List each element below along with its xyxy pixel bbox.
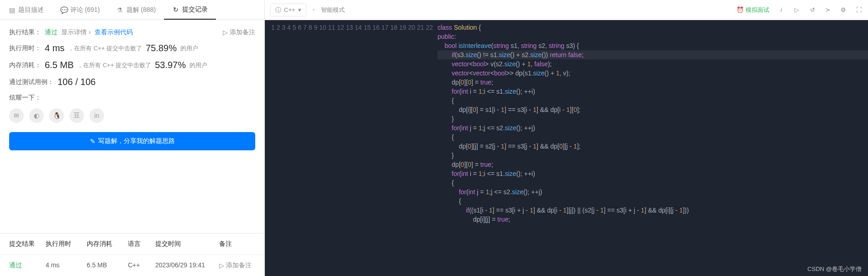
brag-label: 炫耀一下： (9, 94, 41, 102)
doc-icon: ▤ (8, 6, 16, 14)
right-pane: ⓘ C++ ▾ • 智能模式 ⏰模拟面试 i ▷ ↺ ≻ ⚙ ⛶ 1 2 3 4… (265, 0, 868, 276)
row-lang: C++ (128, 261, 155, 270)
result-status: 通过 (45, 28, 58, 37)
wechat-icon[interactable]: ✉ (9, 108, 24, 123)
tab-submissions[interactable]: ↻提交记录 (164, 0, 216, 20)
tab-solutions[interactable]: ⚗题解 (888) (108, 0, 164, 20)
cases-label: 通过测试用例： (9, 78, 54, 86)
cases-value: 106 / 106 (58, 77, 95, 87)
language-select[interactable]: ⓘ C++ ▾ (270, 4, 306, 16)
result-card: 执行结果： 通过 显示详情 › 查看示例代码 ▷添加备注 执行用时： 4 ms … (0, 20, 264, 123)
fullscreen-icon[interactable]: ⛶ (855, 6, 863, 14)
memory-percent: 53.97% (155, 60, 186, 70)
row-mem: 6.5 MB (87, 261, 128, 270)
runtime-value: 4 ms (45, 43, 64, 53)
example-code-link[interactable]: 查看示例代码 (95, 28, 133, 37)
flask-icon: ⚗ (116, 6, 124, 14)
play-icon: ▷ (219, 262, 224, 269)
linkedin-icon[interactable]: in (89, 108, 104, 123)
run-icon[interactable]: ▷ (793, 6, 800, 14)
history-row[interactable]: 通过 4 ms 6.5 MB C++ 2023/06/29 19:41 ▷添加备… (0, 255, 264, 276)
memory-value: 6.5 MB (45, 60, 74, 70)
watermark: CSDN @卷毛小学僧 (807, 265, 862, 273)
separator: • (313, 6, 315, 13)
douban-icon[interactable]: 豆 (69, 108, 84, 123)
smart-mode-label[interactable]: 智能模式 (321, 6, 345, 14)
left-pane: ▤题目描述 💬评论 (691) ⚗题解 (888) ↻提交记录 执行结果： 通过… (0, 0, 265, 276)
code-editor[interactable]: 1 2 3 4 5 6 7 8 9 10 11 12 13 14 15 16 1… (265, 20, 868, 276)
comment-icon: 💬 (60, 6, 68, 14)
clock-icon: ⏰ (736, 6, 744, 13)
settings-icon[interactable]: ⚙ (840, 6, 847, 14)
italic-icon[interactable]: i (778, 6, 785, 14)
history-table: 提交结果 执行用时 内存消耗 语言 提交时间 备注 通过 4 ms 6.5 MB… (0, 233, 264, 276)
row-add-note[interactable]: ▷添加备注 (219, 261, 255, 270)
tab-comments[interactable]: 💬评论 (691) (52, 0, 108, 20)
info-icon: ⓘ (275, 6, 281, 14)
result-label: 执行结果： (9, 28, 41, 37)
runtime-label: 执行用时： (9, 44, 41, 53)
qq-icon[interactable]: 🐧 (49, 108, 64, 123)
history-header: 提交结果 执行用时 内存消耗 语言 提交时间 备注 (0, 234, 264, 255)
terminal-icon[interactable]: ≻ (824, 6, 831, 14)
editor-toolbar: ⓘ C++ ▾ • 智能模式 ⏰模拟面试 i ▷ ↺ ≻ ⚙ ⛶ (265, 0, 868, 20)
row-time: 4 ms (46, 261, 87, 270)
runtime-percent: 75.89% (146, 43, 177, 53)
row-ts: 2023/06/29 19:41 (155, 261, 219, 270)
share-row: ✉ ◐ 🐧 豆 in (9, 108, 255, 123)
history-icon: ↻ (172, 6, 179, 13)
tab-description[interactable]: ▤题目描述 (0, 0, 52, 20)
line-gutter: 1 2 3 4 5 6 7 8 9 10 11 12 13 14 15 16 1… (265, 20, 437, 276)
memory-label: 内存消耗： (9, 61, 41, 69)
write-solution-button[interactable]: ✎ 写题解，分享我的解题思路 (9, 132, 255, 150)
reset-icon[interactable]: ↺ (809, 6, 816, 14)
show-details-link[interactable]: 显示详情 › (61, 28, 91, 37)
play-icon: ▷ (223, 29, 228, 36)
pencil-icon: ✎ (90, 138, 95, 145)
weibo-icon[interactable]: ◐ (29, 108, 44, 123)
add-note-button[interactable]: ▷添加备注 (223, 28, 255, 37)
code-area[interactable]: class Solution { public: bool isInterlea… (437, 20, 868, 276)
tabs: ▤题目描述 💬评论 (691) ⚗题解 (888) ↻提交记录 (0, 0, 264, 20)
mock-interview-button[interactable]: ⏰模拟面试 (736, 6, 769, 14)
chevron-down-icon: ▾ (298, 6, 301, 13)
row-status: 通过 (9, 261, 46, 270)
